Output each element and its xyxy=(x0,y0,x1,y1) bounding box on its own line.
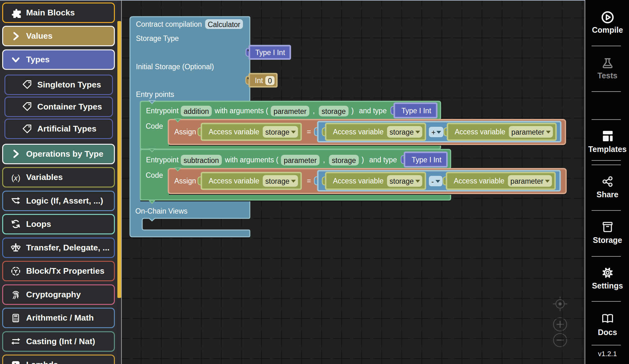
svg-text:): ) xyxy=(18,173,20,182)
svg-text:x: x xyxy=(14,173,18,182)
svg-text:λ: λ xyxy=(14,362,18,364)
